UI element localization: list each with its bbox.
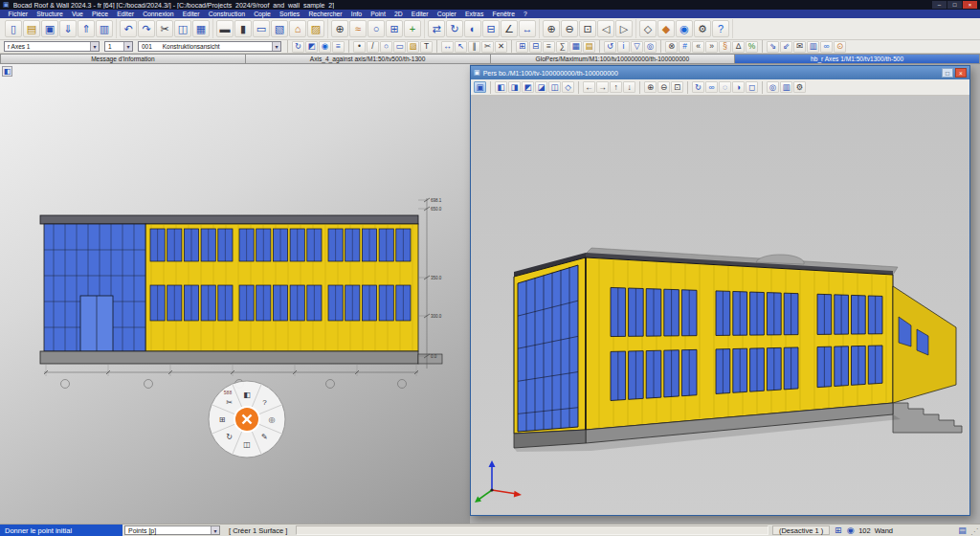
next-icon[interactable]: »: [705, 41, 718, 53]
beam-icon[interactable]: ▬: [216, 20, 234, 37]
next-view-icon[interactable]: ▷: [615, 20, 633, 37]
menu-item-help[interactable]: ?: [520, 11, 532, 17]
scale-icon[interactable]: %: [746, 41, 758, 53]
menu-item-extras[interactable]: Extras: [460, 11, 487, 17]
help-icon[interactable]: ?: [712, 20, 729, 37]
close-button[interactable]: ×: [963, 1, 977, 9]
zoom-in-icon[interactable]: ⊕: [644, 81, 657, 93]
pan-up-icon[interactable]: ↑: [610, 81, 622, 93]
open-folder-icon[interactable]: ▤: [23, 20, 40, 37]
offset-icon[interactable]: ∥: [468, 41, 480, 53]
rotate-icon[interactable]: ↻: [446, 20, 463, 37]
view-tab[interactable]: Axis_4_against axis/M1:50/tv500/th-1300: [246, 54, 491, 64]
grid-icon[interactable]: ⊞: [386, 20, 403, 37]
roof-icon[interactable]: ⌂: [289, 20, 306, 37]
shading-icon[interactable]: ◑: [732, 81, 745, 93]
hide-parts-icon[interactable]: ◌: [719, 81, 731, 93]
orbit-icon[interactable]: ↻: [692, 81, 704, 93]
globe-icon[interactable]: ◉: [676, 20, 693, 37]
sum-icon[interactable]: ∑: [556, 41, 568, 53]
redo-icon[interactable]: ↷: [138, 20, 155, 37]
perspective-viewport[interactable]: [471, 96, 969, 515]
pie-help-icon[interactable]: ?: [262, 398, 267, 407]
pie-rotate-icon[interactable]: ↻: [226, 433, 233, 441]
radial-menu[interactable]: ◎✎◫↻⊞✂◧?588: [209, 381, 285, 458]
level-select[interactable]: 1▾: [104, 41, 133, 52]
panel-icon[interactable]: ▧: [271, 20, 288, 37]
close-button[interactable]: ×: [955, 68, 967, 78]
pie-panel-icon[interactable]: ◧: [243, 391, 251, 399]
weld-icon[interactable]: ≈: [349, 20, 367, 37]
line-icon[interactable]: /: [367, 41, 379, 53]
chevron-down-icon[interactable]: ▾: [90, 42, 99, 51]
view-back-icon[interactable]: ◨: [508, 81, 521, 93]
menu-item-point[interactable]: Point: [367, 11, 390, 17]
print-icon[interactable]: ▥: [96, 20, 113, 37]
menu-item-pice[interactable]: Pièce: [87, 11, 112, 17]
pan-down-icon[interactable]: ↓: [623, 81, 635, 93]
view-select[interactable]: 001___Konstruktionsansicht▾: [138, 41, 281, 52]
menu-item-fichier[interactable]: Fichier: [4, 11, 33, 17]
align-icon[interactable]: ≡: [543, 41, 555, 53]
column-icon[interactable]: ▮: [234, 20, 252, 37]
zoom-in-icon[interactable]: ⊕: [543, 20, 560, 37]
dimension-icon[interactable]: ↔: [441, 41, 454, 53]
view-tab[interactable]: Message d'Information: [0, 54, 246, 64]
section-icon[interactable]: §: [719, 41, 731, 53]
pie-grid-icon[interactable]: ⊞: [219, 415, 226, 424]
menu-item-copie[interactable]: Copie: [250, 11, 276, 17]
circle-icon[interactable]: ○: [380, 41, 392, 53]
pan-left-icon[interactable]: ←: [583, 81, 595, 93]
wall-icon[interactable]: ▨: [307, 20, 324, 37]
rectangle-icon[interactable]: ▭: [393, 41, 406, 53]
maximize-button[interactable]: □: [947, 1, 962, 9]
previous-view-icon[interactable]: ◁: [597, 20, 614, 37]
import-icon[interactable]: ⇓: [59, 20, 77, 37]
pie-copy-icon[interactable]: ◫: [243, 440, 251, 449]
settings-icon[interactable]: ⚙: [694, 20, 711, 37]
update-icon[interactable]: ↺: [604, 41, 616, 53]
save-icon[interactable]: ▣: [41, 20, 58, 37]
snap-toggle-icon[interactable]: ◉: [844, 525, 857, 536]
mode-indicator[interactable]: (Desactive 1 ): [772, 525, 830, 535]
chevron-down-icon[interactable]: ▾: [211, 526, 219, 534]
minimize-button[interactable]: –: [932, 1, 947, 9]
elevation-viewport[interactable]: ◧ 698.1650.0350.0300.00.0◎✎◫↻⊞✂◧?588: [0, 64, 470, 524]
view-tab[interactable]: GloPers/Maximum/M1:100/tv100000000/th-10…: [491, 54, 736, 64]
view-3d-icon[interactable]: ◇: [639, 20, 657, 37]
delta-icon[interactable]: ∆: [732, 41, 745, 53]
undo-icon[interactable]: ↶: [120, 20, 137, 37]
plate-icon[interactable]: ▭: [253, 20, 270, 37]
selection-filter-icon[interactable]: ⊞: [832, 525, 844, 536]
refresh-icon[interactable]: ↻: [292, 41, 304, 53]
link-icon[interactable]: ∞: [820, 41, 833, 53]
filter-icon[interactable]: ▽: [631, 41, 643, 53]
dimension-icon[interactable]: ↔: [519, 20, 536, 37]
menu-item-2d[interactable]: 2D: [390, 11, 407, 17]
view-tab[interactable]: hb_r Axes 1/M1:50/tv1300/th-500: [735, 54, 980, 64]
pie-search-icon[interactable]: ◎: [269, 415, 276, 424]
move-icon[interactable]: ⇄: [428, 20, 445, 37]
delete-icon[interactable]: ✕: [495, 41, 507, 53]
menu-item-connexion[interactable]: Connexion: [139, 11, 179, 17]
wireframe-icon[interactable]: ◻: [746, 81, 758, 93]
view-iso-icon[interactable]: ◇: [562, 81, 574, 93]
view-right-icon[interactable]: ◪: [535, 81, 547, 93]
menu-item-info[interactable]: Info: [346, 11, 367, 17]
view-settings-icon[interactable]: ⚙: [793, 81, 806, 93]
points-mode-combo[interactable]: Points [p] ▾: [124, 525, 220, 535]
array-icon[interactable]: ⊟: [482, 20, 500, 37]
pan-right-icon[interactable]: →: [596, 81, 609, 93]
visibility-icon[interactable]: ◉: [319, 41, 331, 53]
menu-item-construction[interactable]: Construction: [204, 11, 249, 17]
archive-icon[interactable]: ▥: [807, 41, 819, 53]
sheet-icon[interactable]: ▤: [583, 41, 595, 53]
new-file-icon[interactable]: ▯: [5, 20, 22, 37]
menu-item-copier[interactable]: Copier: [433, 11, 460, 17]
menu-item-editer[interactable]: Editer: [113, 11, 139, 17]
import-dxf-icon[interactable]: ⇙: [780, 41, 792, 53]
menu-item-vue[interactable]: Vue: [67, 11, 87, 17]
menu-item-editer[interactable]: Editer: [407, 11, 433, 17]
chevron-down-icon[interactable]: ▾: [123, 42, 132, 51]
menu-item-fentre[interactable]: Fenêtre: [488, 11, 520, 17]
